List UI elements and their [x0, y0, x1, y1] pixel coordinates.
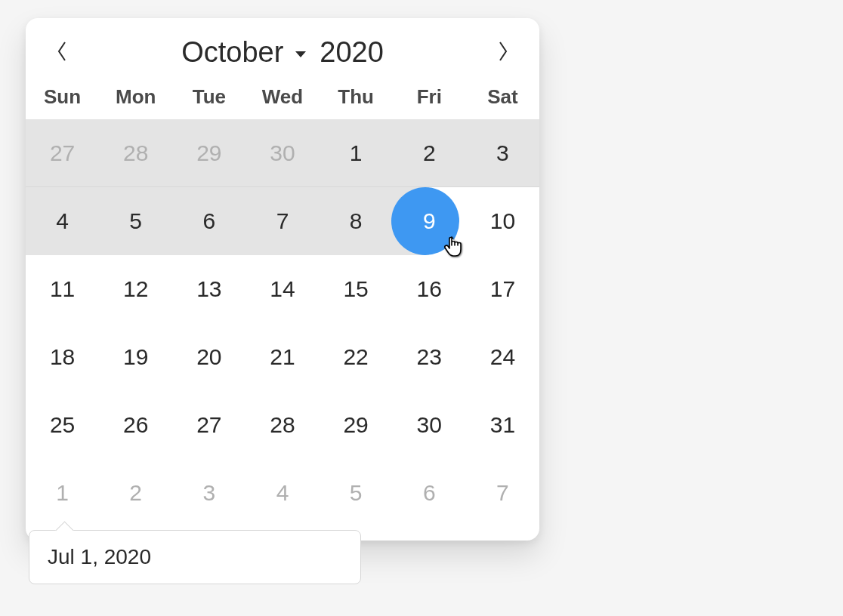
day-number: 5 — [350, 480, 363, 506]
month-select[interactable]: October — [181, 36, 306, 69]
day-number: 20 — [196, 344, 221, 370]
day-cell[interactable]: 5 — [320, 459, 393, 527]
day-cell[interactable]: 3 — [466, 119, 539, 186]
calendar-week: 11121314151617 — [26, 255, 539, 323]
day-cell[interactable]: 1 — [320, 119, 393, 186]
day-cell[interactable]: 29 — [320, 391, 393, 459]
day-cell[interactable]: 23 — [393, 323, 466, 391]
weekday-label: Wed — [245, 78, 319, 119]
day-cell[interactable]: 24 — [466, 323, 539, 391]
day-number: 10 — [490, 208, 515, 234]
day-number: 1 — [350, 140, 363, 166]
day-number: 30 — [417, 412, 442, 438]
day-number: 27 — [50, 140, 75, 166]
day-number: 25 — [50, 412, 75, 438]
day-cell[interactable]: 27 — [172, 391, 245, 459]
day-number: 12 — [123, 276, 148, 302]
day-cell[interactable]: 30 — [393, 391, 466, 459]
day-number: 6 — [423, 480, 436, 506]
calendar-week: 1234567 — [26, 459, 539, 527]
day-cell[interactable]: 2 — [99, 459, 172, 527]
day-number: 28 — [270, 412, 295, 438]
day-number: 16 — [417, 276, 442, 302]
day-number: 23 — [417, 344, 442, 370]
weekday-label: Mon — [99, 78, 172, 119]
day-cell[interactable]: 11 — [26, 255, 99, 323]
day-cell[interactable]: 2 — [393, 119, 466, 186]
day-cell[interactable]: 5 — [99, 187, 172, 255]
calendar-week: 25262728293031 — [26, 391, 539, 459]
chevron-left-icon — [56, 41, 68, 65]
date-input-value: Jul 1, 2020 — [48, 545, 151, 569]
weekday-label: Tue — [172, 78, 245, 119]
day-cell[interactable]: 4 — [245, 459, 319, 527]
day-cell[interactable]: 8 — [320, 187, 393, 255]
weekday-label: Fri — [393, 78, 466, 119]
day-cell[interactable]: 22 — [320, 323, 393, 391]
day-cell[interactable]: 14 — [245, 255, 319, 323]
year-select[interactable]: 2020 — [320, 36, 384, 69]
day-cell[interactable]: 3 — [172, 459, 245, 527]
day-cell[interactable]: 20 — [172, 323, 245, 391]
day-cell[interactable]: 21 — [245, 323, 319, 391]
day-number: 2 — [129, 480, 142, 506]
chevron-down-icon — [295, 51, 306, 57]
day-number: 26 — [123, 412, 148, 438]
day-number: 11 — [50, 276, 75, 302]
day-cell[interactable]: 7 — [466, 459, 539, 527]
day-number: 7 — [496, 480, 509, 506]
weekday-label: Sun — [26, 78, 99, 119]
day-cell[interactable]: 9 — [393, 187, 466, 255]
day-cell[interactable]: 25 — [26, 391, 99, 459]
day-cell[interactable]: 30 — [245, 119, 319, 186]
day-cell[interactable]: 12 — [99, 255, 172, 323]
day-number: 31 — [490, 412, 515, 438]
calendar-week: 27282930123 — [26, 119, 539, 187]
day-number: 14 — [270, 276, 295, 302]
prev-month-button[interactable] — [47, 38, 77, 68]
day-cell[interactable]: 28 — [99, 119, 172, 186]
day-cell[interactable]: 4 — [26, 187, 99, 255]
weekday-label: Sat — [466, 78, 539, 119]
day-number: 13 — [196, 276, 221, 302]
day-number: 29 — [343, 412, 368, 438]
calendar-header: October 2020 — [26, 36, 539, 78]
day-cell[interactable]: 17 — [466, 255, 539, 323]
day-number: 5 — [129, 208, 142, 234]
day-cell[interactable]: 10 — [466, 187, 539, 255]
day-number: 22 — [343, 344, 368, 370]
day-number: 18 — [50, 344, 75, 370]
day-cell[interactable]: 16 — [393, 255, 466, 323]
day-number: 19 — [123, 344, 148, 370]
weekday-label: Thu — [320, 78, 393, 119]
day-number: 1 — [56, 480, 69, 506]
day-cell[interactable]: 31 — [466, 391, 539, 459]
day-number: 7 — [276, 208, 289, 234]
month-year-picker: October 2020 — [181, 36, 384, 69]
day-cell[interactable]: 29 — [172, 119, 245, 186]
day-number: 29 — [196, 140, 221, 166]
day-cell[interactable]: 1 — [26, 459, 99, 527]
day-number: 6 — [203, 208, 216, 234]
calendar-week: 18192021222324 — [26, 323, 539, 391]
year-label: 2020 — [320, 36, 384, 68]
day-cell[interactable]: 27 — [26, 119, 99, 186]
day-cell[interactable]: 18 — [26, 323, 99, 391]
date-input[interactable]: Jul 1, 2020 — [29, 530, 361, 584]
day-number: 3 — [203, 480, 216, 506]
day-cell[interactable]: 28 — [245, 391, 319, 459]
day-number: 8 — [350, 208, 363, 234]
day-number: 17 — [490, 276, 515, 302]
month-label: October — [181, 36, 283, 69]
day-number: 28 — [123, 140, 148, 166]
day-number: 3 — [496, 140, 509, 166]
date-picker-panel: October 2020 Sun Mon Tue Wed Thu Fri Sat… — [26, 18, 539, 541]
day-cell[interactable]: 7 — [245, 187, 319, 255]
day-cell[interactable]: 6 — [172, 187, 245, 255]
day-cell[interactable]: 13 — [172, 255, 245, 323]
day-cell[interactable]: 26 — [99, 391, 172, 459]
day-cell[interactable]: 6 — [393, 459, 466, 527]
next-month-button[interactable] — [488, 38, 518, 68]
day-cell[interactable]: 19 — [99, 323, 172, 391]
day-cell[interactable]: 15 — [320, 255, 393, 323]
